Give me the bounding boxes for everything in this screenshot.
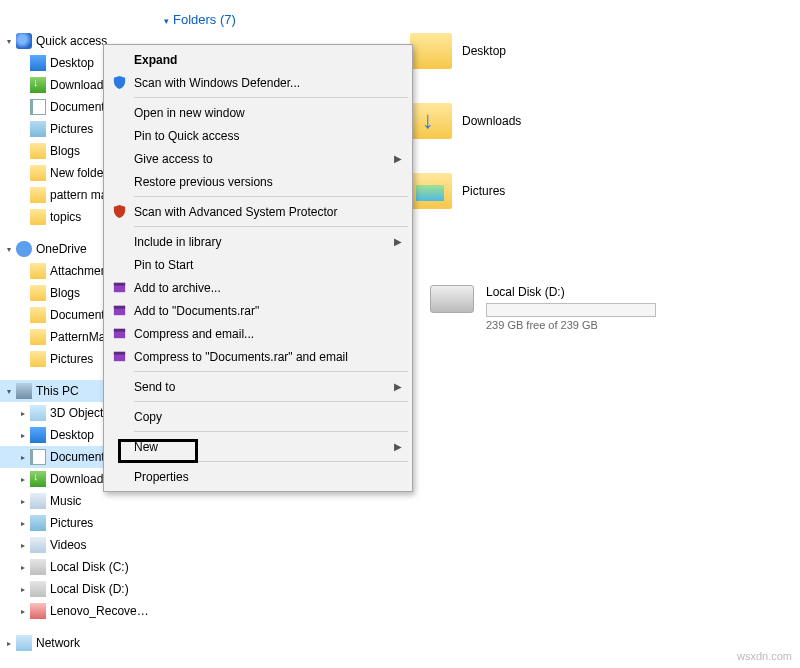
ctx-copy[interactable]: Copy <box>106 405 410 428</box>
desktop-icon <box>30 55 46 71</box>
ctx-scan-defender[interactable]: Scan with Windows Defender... <box>106 71 410 94</box>
windows-defender-icon <box>108 75 130 91</box>
folder-icon <box>410 173 452 209</box>
folder-downloads[interactable]: Downloads <box>410 103 521 139</box>
winrar-icon <box>108 349 130 365</box>
folder-icon <box>30 351 46 367</box>
folder-icon <box>410 33 452 69</box>
shield-icon <box>108 204 130 220</box>
hard-drive-icon <box>430 285 474 313</box>
svg-rect-5 <box>113 329 124 332</box>
ctx-include-library[interactable]: Include in library▶ <box>106 230 410 253</box>
chevron-right-icon[interactable]: ▸ <box>16 475 30 484</box>
chevron-down-icon[interactable]: ▾ <box>2 245 16 254</box>
submenu-arrow-icon: ▶ <box>394 153 402 164</box>
chevron-right-icon[interactable]: ▸ <box>16 497 30 506</box>
chevron-right-icon[interactable]: ▸ <box>2 639 16 648</box>
ctx-pin-start[interactable]: Pin to Start <box>106 253 410 276</box>
ctx-properties[interactable]: Properties <box>106 465 410 488</box>
drive-name: Local Disk (D:) <box>486 285 656 299</box>
chevron-down-icon[interactable]: ▾ <box>2 37 16 46</box>
chevron-right-icon[interactable]: ▸ <box>16 519 30 528</box>
network-icon <box>16 635 32 651</box>
pictures-icon <box>30 515 46 531</box>
chevron-right-icon[interactable]: ▸ <box>16 409 30 418</box>
documents-icon <box>30 449 46 465</box>
ctx-restore-previous[interactable]: Restore previous versions <box>106 170 410 193</box>
downloads-icon <box>30 471 46 487</box>
music-icon <box>30 493 46 509</box>
folder-icon <box>30 165 46 181</box>
desktop-icon <box>30 427 46 443</box>
disk-icon <box>30 559 46 575</box>
chevron-right-icon[interactable]: ▸ <box>16 431 30 440</box>
folder-icon <box>30 209 46 225</box>
disk-icon <box>30 603 46 619</box>
chevron-right-icon[interactable]: ▸ <box>16 453 30 462</box>
ctx-open-new-window[interactable]: Open in new window <box>106 101 410 124</box>
nav-pc-videos[interactable]: ▸Videos <box>0 534 152 556</box>
chevron-right-icon[interactable]: ▸ <box>16 585 30 594</box>
ctx-scan-asp[interactable]: Scan with Advanced System Protector <box>106 200 410 223</box>
submenu-arrow-icon: ▶ <box>394 381 402 392</box>
submenu-arrow-icon: ▶ <box>394 441 402 452</box>
watermark: wsxdn.com <box>737 650 792 662</box>
disk-icon <box>30 581 46 597</box>
chevron-right-icon[interactable]: ▸ <box>16 541 30 550</box>
onedrive-icon <box>16 241 32 257</box>
ctx-add-archive[interactable]: Add to archive... <box>106 276 410 299</box>
separator <box>134 371 408 372</box>
winrar-icon <box>108 326 130 342</box>
drive-free-space: 239 GB free of 239 GB <box>486 319 656 331</box>
nav-pc-pictures[interactable]: ▸Pictures <box>0 512 152 534</box>
ctx-compress-email[interactable]: Compress and email... <box>106 322 410 345</box>
svg-rect-7 <box>113 352 124 355</box>
chevron-down-icon: ▾ <box>164 16 169 26</box>
chevron-down-icon[interactable]: ▾ <box>2 387 16 396</box>
winrar-icon <box>108 280 130 296</box>
pictures-icon <box>30 121 46 137</box>
chevron-right-icon[interactable]: ▸ <box>16 563 30 572</box>
winrar-icon <box>108 303 130 319</box>
separator <box>134 401 408 402</box>
videos-icon <box>30 537 46 553</box>
nav-pc-disk-c[interactable]: ▸Local Disk (C:) <box>0 556 152 578</box>
separator <box>134 431 408 432</box>
folder-desktop[interactable]: Desktop <box>410 33 521 69</box>
separator <box>134 226 408 227</box>
nav-pc-lenovo[interactable]: ▸Lenovo_Recovery (E:) <box>0 600 152 622</box>
this-pc-icon <box>16 383 32 399</box>
ctx-give-access-to[interactable]: Give access to▶ <box>106 147 410 170</box>
folder-icon <box>410 103 452 139</box>
svg-rect-3 <box>113 306 124 309</box>
ctx-send-to[interactable]: Send to▶ <box>106 375 410 398</box>
svg-rect-1 <box>113 283 124 286</box>
separator <box>134 97 408 98</box>
3d-objects-icon <box>30 405 46 421</box>
documents-icon <box>30 99 46 115</box>
nav-pc-disk-d[interactable]: ▸Local Disk (D:) <box>0 578 152 600</box>
group-header-folders[interactable]: ▾Folders (7) <box>160 0 800 33</box>
ctx-expand[interactable]: Expand <box>106 48 410 71</box>
drive-usage-bar <box>486 303 656 317</box>
nav-pc-music[interactable]: ▸Music <box>0 490 152 512</box>
separator <box>134 196 408 197</box>
separator <box>134 461 408 462</box>
folder-icon <box>30 143 46 159</box>
folder-icon <box>30 307 46 323</box>
ctx-new[interactable]: New▶ <box>106 435 410 458</box>
ctx-add-rar[interactable]: Add to "Documents.rar" <box>106 299 410 322</box>
chevron-right-icon[interactable]: ▸ <box>16 607 30 616</box>
ctx-compress-rar-email[interactable]: Compress to "Documents.rar" and email <box>106 345 410 368</box>
nav-network[interactable]: ▸ Network <box>0 632 152 654</box>
downloads-icon <box>30 77 46 93</box>
folder-pictures[interactable]: Pictures <box>410 173 521 209</box>
folder-icon <box>30 329 46 345</box>
ctx-pin-quick-access[interactable]: Pin to Quick access <box>106 124 410 147</box>
drive-local-disk-d[interactable]: Local Disk (D:) 239 GB free of 239 GB <box>430 285 800 331</box>
quick-access-icon <box>16 33 32 49</box>
submenu-arrow-icon: ▶ <box>394 236 402 247</box>
folder-icon <box>30 187 46 203</box>
context-menu: Expand Scan with Windows Defender... Ope… <box>103 44 413 492</box>
folder-icon <box>30 263 46 279</box>
